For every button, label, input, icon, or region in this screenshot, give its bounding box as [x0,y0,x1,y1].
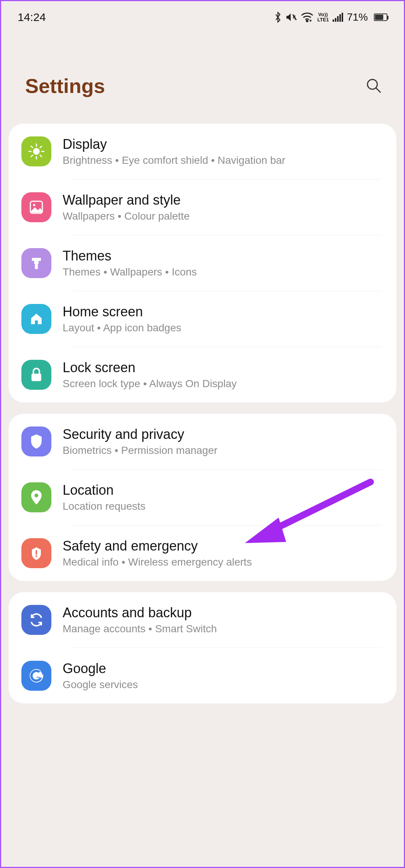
svg-line-16 [31,146,33,148]
item-title: Google [63,661,138,676]
wallpaper-icon [21,192,51,222]
search-button[interactable] [363,75,384,96]
item-subtitle: Brightness • Eye comfort shield • Naviga… [63,154,285,166]
wifi-icon [301,12,314,22]
item-title: Location [63,482,146,498]
themes-icon [21,248,51,278]
search-icon [366,78,382,94]
item-title: Themes [63,248,197,264]
item-title: Lock screen [63,360,237,376]
shield-icon [21,427,51,456]
item-title: Security and privacy [63,427,218,442]
display-icon [21,136,51,166]
status-time: 14:24 [18,11,46,24]
svg-rect-23 [32,374,41,381]
item-title: Wallpaper and style [63,192,190,208]
settings-item-google[interactable]: Google Google services [9,648,396,703]
svg-point-24 [34,494,38,497]
item-title: Safety and emergency [63,538,252,554]
item-subtitle: Screen lock type • Always On Display [63,378,237,390]
item-title: Accounts and backup [63,605,217,621]
item-subtitle: Themes • Wallpapers • Icons [63,266,197,278]
svg-rect-4 [333,19,334,22]
item-subtitle: Manage accounts • Smart Switch [63,623,217,635]
svg-rect-8 [342,13,343,22]
settings-item-lock-screen[interactable]: Lock screen Screen lock type • Always On… [9,347,396,403]
svg-line-18 [31,155,33,157]
google-icon [21,661,51,691]
svg-point-11 [33,148,40,155]
svg-rect-6 [337,16,339,22]
mute-icon [286,12,297,22]
battery-percent: 71% [347,11,368,23]
settings-item-accounts[interactable]: Accounts and backup Manage accounts • Sm… [9,592,396,648]
location-icon [21,482,51,512]
settings-item-safety[interactable]: Safety and emergency Medical info • Wire… [9,525,396,581]
item-subtitle: Google services [63,679,138,691]
svg-line-19 [40,146,42,148]
item-subtitle: Location requests [63,500,146,512]
home-icon [21,304,51,334]
settings-group-1: Display Brightness • Eye comfort shield … [9,124,396,403]
battery-icon [374,13,387,21]
settings-item-security[interactable]: Security and privacy Biometrics • Permis… [9,414,396,469]
svg-rect-7 [339,14,341,22]
item-title: Display [63,136,285,152]
svg-rect-25 [36,550,37,555]
settings-item-wallpaper[interactable]: Wallpaper and style Wallpapers • Colour … [9,180,396,235]
svg-rect-5 [335,18,336,22]
settings-item-location[interactable]: Location Location requests [9,470,396,525]
status-bar: 14:24 Vo))LTE1 71% [1,1,404,33]
signal-icon [333,13,343,22]
svg-line-17 [40,155,42,157]
item-subtitle: Biometrics • Permission manager [63,444,218,456]
svg-rect-26 [36,555,37,557]
svg-point-9 [368,79,377,89]
item-title: Home screen [63,304,182,320]
svg-line-10 [376,88,381,93]
status-indicators: Vo))LTE1 71% [274,11,387,23]
network-lte-icon: Vo))LTE1 [317,12,329,22]
accounts-icon [21,605,51,635]
settings-item-themes[interactable]: Themes Themes • Wallpapers • Icons [9,235,396,291]
bluetooth-icon [274,12,282,23]
settings-item-display[interactable]: Display Brightness • Eye comfort shield … [9,124,396,179]
lock-icon [21,360,51,390]
settings-group-2: Security and privacy Biometrics • Permis… [9,414,396,581]
item-subtitle: Wallpapers • Colour palette [63,210,190,222]
svg-rect-22 [35,264,38,269]
item-subtitle: Layout • App icon badges [63,322,182,334]
page-title: Settings [25,74,105,97]
settings-group-3: Accounts and backup Manage accounts • Sm… [9,592,396,703]
safety-icon [21,538,51,568]
settings-item-home-screen[interactable]: Home screen Layout • App icon badges [9,291,396,347]
item-subtitle: Medical info • Wireless emergency alerts [63,556,252,568]
svg-point-3 [306,20,308,22]
page-header: Settings [1,33,404,124]
svg-point-21 [33,204,35,206]
